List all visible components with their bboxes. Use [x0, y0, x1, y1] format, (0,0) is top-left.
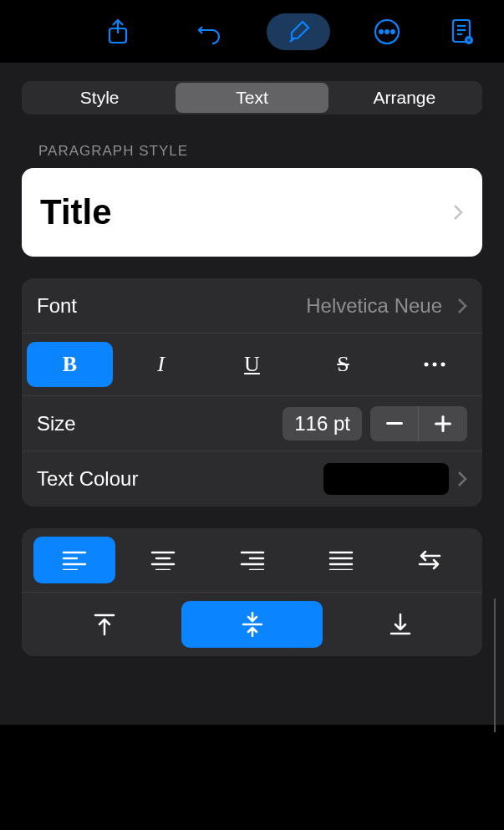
svg-rect-16 [442, 415, 445, 432]
italic-button[interactable]: I [118, 342, 204, 387]
alignment-group [22, 528, 482, 656]
strikethrough-button[interactable]: S [300, 342, 386, 387]
font-value: Helvetica Neue [306, 294, 442, 318]
svg-rect-14 [386, 422, 403, 425]
font-row[interactable]: Font Helvetica Neue [22, 278, 482, 334]
underline-icon: U [244, 352, 260, 377]
font-group: Font Helvetica Neue B I U S Size 116 pt [22, 278, 482, 507]
paragraph-style-label: Title [40, 192, 112, 232]
svg-point-11 [424, 363, 428, 367]
text-colour-label: Text Colour [37, 467, 138, 491]
share-button[interactable] [93, 13, 143, 50]
more-text-options-button[interactable] [391, 342, 477, 387]
align-left-button[interactable] [33, 537, 115, 583]
strikethrough-icon: S [337, 352, 349, 377]
format-panel: Style Text Arrange PARAGRAPH STYLE Title… [0, 63, 504, 725]
valign-middle-icon [242, 612, 263, 637]
format-tabs: Style Text Arrange [22, 81, 482, 115]
size-stepper [370, 406, 467, 441]
ellipsis-icon [423, 361, 446, 368]
size-decrease-button[interactable] [370, 406, 419, 441]
minus-icon [386, 422, 403, 425]
italic-icon: I [157, 352, 165, 377]
align-right-button[interactable] [211, 537, 293, 583]
bold-icon: B [63, 352, 77, 377]
tab-arrange[interactable]: Arrange [328, 83, 481, 113]
callout-line [494, 598, 496, 732]
align-right-icon [240, 550, 265, 570]
svg-point-12 [432, 363, 436, 367]
align-justify-icon [328, 550, 354, 570]
plus-icon [435, 415, 451, 432]
vertical-align-row [22, 593, 482, 656]
paragraph-style-row[interactable]: Title [22, 168, 482, 257]
svg-point-4 [391, 30, 395, 33]
align-justify-button[interactable] [300, 537, 382, 583]
paragraph-style-header: PARAGRAPH STYLE [22, 135, 482, 168]
valign-top-button[interactable] [33, 601, 175, 648]
svg-point-13 [440, 363, 445, 367]
chevron-right-icon [452, 203, 464, 222]
share-icon [107, 18, 129, 45]
undo-button[interactable] [185, 13, 235, 50]
horizontal-align-row [22, 528, 482, 593]
more-button[interactable] [362, 13, 412, 50]
text-colour-swatch[interactable] [323, 463, 449, 495]
text-colour-row[interactable]: Text Colour [22, 451, 482, 507]
chevron-right-icon [457, 471, 467, 487]
svg-point-10 [467, 38, 471, 42]
text-style-row: B I U S [22, 334, 482, 396]
valign-top-icon [94, 613, 115, 636]
underline-button[interactable]: U [209, 342, 295, 387]
valign-bottom-icon [389, 613, 411, 636]
size-row: Size 116 pt [22, 396, 482, 451]
top-toolbar [0, 0, 504, 63]
tab-text[interactable]: Text [176, 83, 328, 113]
text-direction-icon [416, 550, 443, 570]
valign-middle-button[interactable] [181, 601, 323, 648]
font-label: Font [37, 294, 77, 318]
valign-bottom-button[interactable] [329, 601, 471, 648]
format-button[interactable] [267, 13, 330, 50]
document-icon [451, 18, 474, 45]
align-left-icon [62, 550, 87, 570]
text-direction-button[interactable] [389, 537, 471, 583]
undo-icon [197, 19, 222, 44]
align-center-icon [150, 550, 176, 570]
more-icon [373, 18, 401, 46]
size-label: Size [37, 412, 76, 435]
svg-point-2 [379, 30, 383, 33]
document-settings-button[interactable] [437, 13, 487, 50]
format-brush-icon [286, 19, 311, 44]
bold-button[interactable]: B [27, 342, 113, 387]
chevron-right-icon [457, 298, 467, 314]
size-increase-button[interactable] [419, 406, 467, 441]
align-center-button[interactable] [122, 537, 204, 583]
svg-point-3 [385, 30, 389, 33]
size-value[interactable]: 116 pt [283, 407, 362, 440]
tab-style[interactable]: Style [23, 83, 176, 113]
